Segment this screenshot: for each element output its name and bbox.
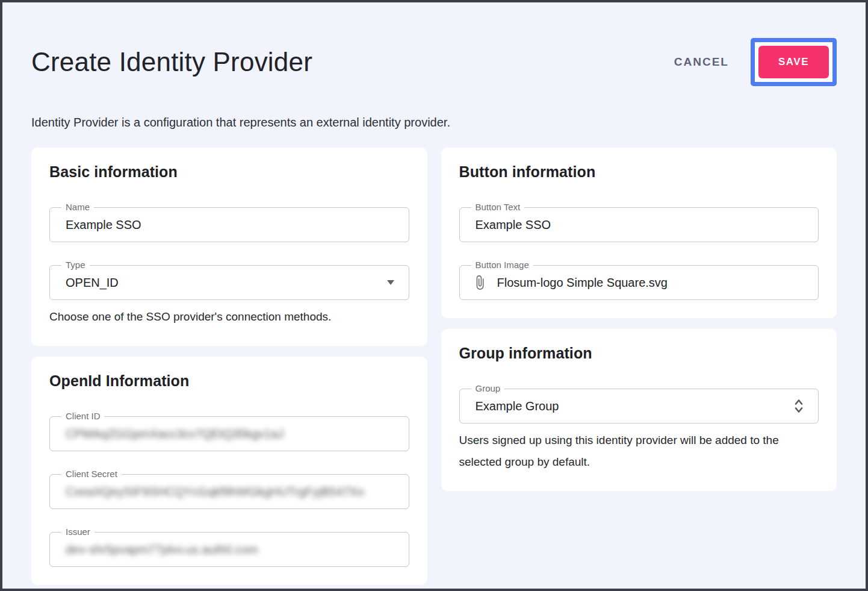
group-information-title: Group information — [459, 345, 819, 362]
button-text-field-label: Button Text — [471, 201, 525, 213]
client-id-field[interactable]: Client ID CPMAqZGGpmXacc3cv7QEtQ35kgv1aJ — [49, 416, 409, 451]
button-text-field-value: Example SSO — [476, 218, 551, 232]
openid-information-card: OpenId Information Client ID CPMAqZGGpmX… — [31, 357, 427, 585]
cancel-button[interactable]: CANCEL — [671, 49, 733, 75]
type-select-label: Type — [61, 259, 90, 271]
right-column: Button information Button Text Example S… — [441, 148, 837, 491]
group-information-card: Group information Group Example Group Us… — [441, 329, 837, 491]
basic-information-card: Basic information Name Example SSO Type … — [31, 148, 427, 346]
button-information-title: Button information — [459, 163, 819, 181]
header-actions: CANCEL SAVE — [671, 38, 837, 86]
client-id-field-label: Client ID — [61, 410, 105, 422]
button-image-field-label: Button Image — [471, 259, 533, 271]
form-grid: Basic information Name Example SSO Type … — [31, 148, 837, 585]
button-image-field-value: Flosum-logo Simple Square.svg — [497, 276, 668, 290]
client-secret-field-label: Client Secret — [61, 468, 122, 480]
client-secret-field[interactable]: Client Secret CxeaXQeySIF9SHCQYcGqkf9hWG… — [49, 474, 409, 509]
issuer-field-label: Issuer — [61, 526, 95, 538]
group-select[interactable]: Group Example Group — [459, 389, 819, 424]
issuer-field-value: dev-shr5pvapm77plvv.us.auth0.com — [66, 543, 258, 557]
group-select-label: Group — [471, 383, 505, 395]
create-identity-provider-page: Create Identity Provider CANCEL SAVE Ide… — [2, 36, 866, 585]
group-select-value: Example Group — [476, 399, 559, 413]
name-field-label: Name — [61, 201, 94, 213]
button-information-card: Button information Button Text Example S… — [441, 148, 837, 318]
type-select[interactable]: Type OPEN_ID — [49, 265, 409, 300]
client-id-field-value: CPMAqZGGpmXacc3cv7QEtQ35kgv1aJ — [66, 427, 284, 441]
type-helper-text: Choose one of the SSO provider's connect… — [49, 306, 409, 328]
page-description: Identity Provider is a configuration tha… — [31, 116, 837, 130]
openid-information-title: OpenId Information — [49, 372, 409, 390]
dropdown-arrow-icon — [387, 280, 394, 285]
type-select-value: OPEN_ID — [66, 276, 119, 290]
button-image-field[interactable]: Button Image Flosum-logo Simple Square.s… — [459, 265, 819, 300]
paperclip-icon — [472, 273, 488, 292]
save-button-highlight: SAVE — [751, 38, 837, 86]
unfold-more-icon — [794, 398, 804, 414]
name-field-value: Example SSO — [66, 218, 141, 232]
client-secret-field-value: CxeaXQeySIF9SHCQYcGqkf9hWGkgHUTrgFyjB547… — [66, 485, 364, 499]
page-title: Create Identity Provider — [31, 47, 312, 77]
page-header: Create Identity Provider CANCEL SAVE — [31, 36, 837, 88]
basic-information-title: Basic information — [49, 163, 409, 181]
name-field[interactable]: Name Example SSO — [49, 207, 409, 242]
issuer-field[interactable]: Issuer dev-shr5pvapm77plvv.us.auth0.com — [49, 532, 409, 567]
save-button[interactable]: SAVE — [758, 46, 829, 78]
left-column: Basic information Name Example SSO Type … — [31, 148, 427, 585]
button-text-field[interactable]: Button Text Example SSO — [459, 207, 819, 242]
group-helper-text: Users signed up using this identity prov… — [459, 430, 819, 473]
